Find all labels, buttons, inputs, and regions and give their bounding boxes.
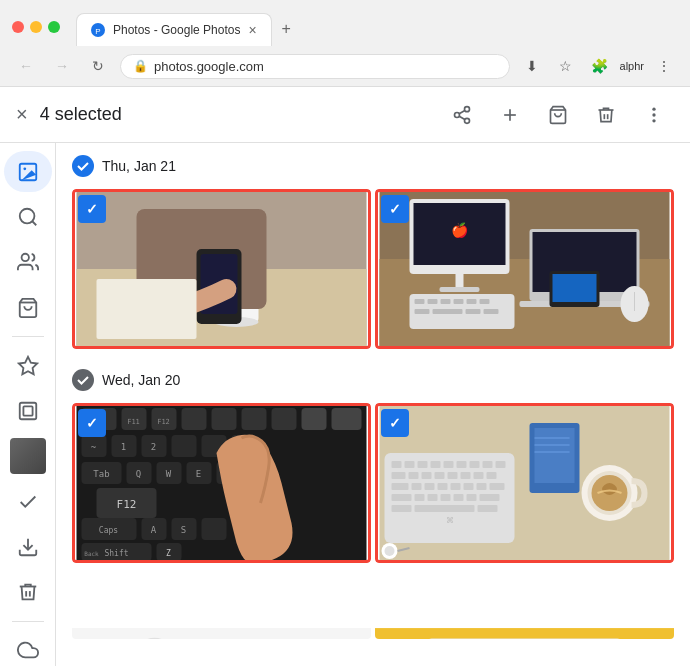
svg-rect-131 [412,483,422,490]
date-label-thu: Thu, Jan 21 [102,158,176,174]
svg-rect-147 [478,505,498,512]
svg-rect-20 [19,403,36,420]
extension-label[interactable]: alphr [620,52,644,80]
sidebar-item-cloud[interactable] [4,630,52,666]
sidebar-item-favorites[interactable] [4,345,52,386]
address-text: photos.google.com [154,59,264,74]
photos-grid-bottom [72,579,674,639]
date-check-thu[interactable] [72,155,94,177]
traffic-light-minimize[interactable] [30,21,42,33]
svg-rect-74 [172,435,197,457]
svg-rect-137 [490,483,505,490]
bookmark-icon[interactable]: ☆ [552,52,580,80]
svg-rect-141 [441,494,451,501]
refresh-button[interactable]: ↻ [84,52,112,80]
svg-rect-146 [392,505,412,512]
svg-rect-123 [409,472,419,479]
svg-point-17 [21,254,28,261]
svg-rect-132 [425,483,435,490]
photo-item-6[interactable] [375,579,674,639]
svg-text:Caps: Caps [99,526,118,535]
photo-item-1[interactable] [72,189,371,349]
svg-point-4 [465,118,470,123]
sidebar-divider-2 [12,621,44,622]
svg-text:W: W [166,469,172,479]
svg-rect-46 [415,299,425,304]
svg-rect-138 [392,494,412,501]
photo-checkbox-3[interactable] [78,409,106,437]
back-button[interactable]: ← [12,52,40,80]
photo-item-5[interactable] [72,579,371,639]
more-options-button[interactable] [634,95,674,135]
sidebar-item-shopping[interactable] [4,287,52,328]
download-icon[interactable]: ⬇ [518,52,546,80]
browser-tab-active[interactable]: P Photos - Google Photos × [76,13,272,46]
svg-rect-47 [428,299,438,304]
svg-text:⌘: ⌘ [446,516,454,525]
svg-point-3 [455,112,460,117]
photo-checkbox-1[interactable] [78,195,106,223]
svg-rect-144 [480,494,500,501]
svg-line-16 [32,221,36,225]
svg-rect-117 [444,461,454,468]
tab-title: Photos - Google Photos [113,23,240,37]
svg-rect-145 [415,505,475,512]
traffic-light-fullscreen[interactable] [48,21,60,33]
svg-rect-116 [431,461,441,468]
svg-rect-55 [484,309,499,314]
photos-area[interactable]: Thu, Jan 21 [56,143,690,666]
svg-rect-124 [422,472,432,479]
sidebar-item-photos[interactable] [4,151,52,192]
traffic-light-close[interactable] [12,21,24,33]
browser-menu-btn[interactable]: ⋮ [650,52,678,80]
svg-text:S: S [181,525,186,535]
date-section-wed: Wed, Jan 20 [72,365,674,563]
close-selection-btn[interactable]: × [16,103,28,126]
sidebar-item-people[interactable] [4,242,52,283]
svg-text:Back: Back [84,550,99,557]
svg-rect-52 [415,309,430,314]
photos-grid-wed: Fn F11 F12 ~ 1 2 [72,403,674,563]
svg-rect-134 [451,483,461,490]
svg-rect-64 [242,408,267,430]
tab-close-btn[interactable]: × [248,22,256,38]
svg-rect-129 [487,472,497,479]
photo-checkbox-2[interactable] [381,195,409,223]
date-label-wed: Wed, Jan 20 [102,372,180,388]
sidebar-item-thumbnail[interactable] [4,436,52,477]
svg-rect-127 [461,472,471,479]
delete-button[interactable] [586,95,626,135]
extensions-icon[interactable]: 🧩 [586,52,614,80]
svg-rect-21 [23,406,32,415]
date-check-wed[interactable] [72,369,94,391]
new-tab-button[interactable]: + [272,12,301,46]
photo-item-2[interactable]: 🍎 [375,189,674,349]
photo-item-4[interactable]: ⌘ [375,403,674,563]
sidebar-item-search[interactable] [4,196,52,237]
photo-checkbox-4[interactable] [381,409,409,437]
svg-text:2: 2 [151,442,156,452]
svg-rect-135 [464,483,474,490]
photo-item-3[interactable]: Fn F11 F12 ~ 1 2 [72,403,371,563]
forward-button[interactable]: → [48,52,76,80]
sidebar-item-trash[interactable] [4,572,52,613]
store-button[interactable] [538,95,578,135]
svg-rect-38 [440,287,480,292]
sidebar-item-check[interactable] [4,481,52,522]
sidebar-item-download[interactable] [4,526,52,567]
svg-point-10 [652,107,655,110]
sidebar [0,143,56,666]
svg-text:A: A [151,525,157,535]
add-to-button[interactable] [490,95,530,135]
svg-rect-48 [441,299,451,304]
sidebar-item-album[interactable] [4,390,52,431]
lock-icon: 🔒 [133,59,148,73]
svg-rect-53 [433,309,463,314]
svg-point-15 [19,209,34,224]
share-button[interactable] [442,95,482,135]
svg-rect-51 [480,299,490,304]
svg-rect-105 [535,428,575,483]
date-section-bottom [72,579,674,639]
svg-text:Z: Z [166,549,171,558]
address-bar[interactable]: 🔒 photos.google.com [120,54,510,79]
